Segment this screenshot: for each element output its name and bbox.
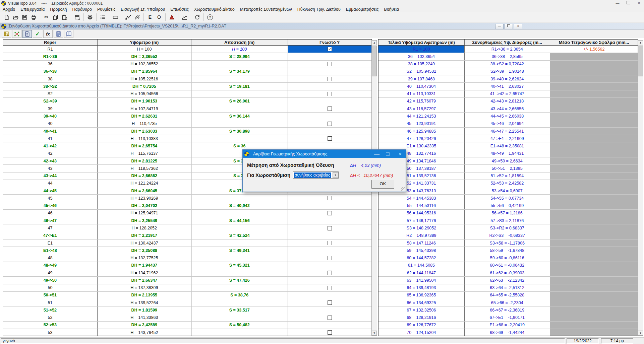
rms-error-cell[interactable]: [550, 113, 638, 120]
table-row[interactable]: 47->E1DH = 2,21917S = 42,524: [3, 232, 372, 239]
known-cell[interactable]: [288, 98, 372, 105]
final-elevation-cell[interactable]: 66 = 134,69325: [378, 299, 465, 306]
adjusted-difference-cell[interactable]: 36->38 = 2,8595: [465, 53, 550, 60]
known-cell[interactable]: [288, 113, 372, 120]
elevation-cell[interactable]: DH = 2,63033: [98, 128, 191, 135]
rms-error-cell[interactable]: [550, 53, 638, 60]
scroll-down-icon[interactable]: ▼: [638, 331, 643, 336]
table-row[interactable]: R1->36DH = 2,36552S = 28,994: [3, 53, 372, 60]
table-row[interactable]: 48 = 132,7741648->49 = 1,94431: [378, 150, 638, 157]
final-elevation-cell[interactable]: 70 = 124,15204: [378, 329, 465, 336]
elevation-cell[interactable]: H = 134,71962: [98, 269, 191, 276]
elevation-cell[interactable]: H = 110,4735: [98, 120, 191, 127]
menu-item-ρυθμίσεις[interactable]: Ρυθμίσεις: [95, 7, 118, 12]
reper-cell[interactable]: 38: [3, 75, 98, 82]
settings-gear-icon[interactable]: [85, 13, 95, 21]
save-icon[interactable]: [20, 13, 29, 21]
reper-cell[interactable]: E1->48: [3, 247, 98, 254]
known-cell[interactable]: [288, 53, 372, 60]
reper-cell[interactable]: 39: [3, 105, 98, 112]
rms-error-cell[interactable]: [550, 232, 638, 239]
known-checkbox-unchecked[interactable]: [328, 271, 332, 275]
elevation-cell[interactable]: H = 107,84719: [98, 105, 191, 112]
reper-cell[interactable]: 53: [3, 329, 98, 336]
final-elevation-cell[interactable]: 64 = 139,48193: [378, 284, 465, 291]
table-row[interactable]: 46 = 125,9488546->47 = 2,25541: [378, 128, 638, 135]
rms-error-cell[interactable]: [550, 187, 638, 194]
distance-cell[interactable]: S = 38,76: [191, 292, 288, 299]
known-cell[interactable]: [288, 210, 372, 217]
reper-cell[interactable]: 36->38: [3, 68, 98, 75]
distance-cell[interactable]: S = 49,341: [191, 247, 288, 254]
known-cell[interactable]: [288, 142, 372, 149]
reper-cell[interactable]: 51: [3, 299, 98, 306]
table-row[interactable]: R1H = 100H = 100✓: [3, 46, 372, 53]
table-row[interactable]: 62 = 144,1184761->62 = -0,39003: [378, 269, 638, 277]
known-cell[interactable]: [288, 120, 372, 127]
table-row[interactable]: 67 = 132,3250666->67 = -2,36819: [378, 306, 638, 314]
rms-error-cell[interactable]: [550, 128, 638, 135]
adjusted-difference-cell[interactable]: 66->67 = -2,36819: [465, 306, 550, 314]
elevation-cell[interactable]: H = 118,57362: [98, 165, 191, 172]
adjusted-difference-cell[interactable]: 44->45 = 2,66038: [465, 113, 550, 120]
table-row[interactable]: 58 = 147,11246S3->58 = -1,17806: [378, 239, 638, 247]
final-elevation-cell[interactable]: 38 = 105,2249: [378, 61, 465, 68]
elevation-cell[interactable]: DH = 2,36552: [98, 53, 191, 60]
known-cell[interactable]: [288, 269, 372, 276]
adjusted-difference-cell[interactable]: 63->64 = -2,51312: [465, 284, 550, 291]
adjusted-difference-cell[interactable]: 47->E1 = 2,21909: [465, 135, 550, 142]
table-row[interactable]: 50 = 137,3818750->51 = 2,1395: [378, 165, 638, 172]
final-elevation-cell[interactable]: 40 = 110,47304: [378, 83, 465, 90]
table-row[interactable]: 51H = 139,52264: [3, 299, 372, 306]
letter-O-icon[interactable]: O: [155, 13, 164, 21]
keyboard-icon[interactable]: [111, 13, 120, 21]
known-checkbox-unchecked[interactable]: [328, 241, 332, 245]
elevation-cell[interactable]: DH = 2,21917: [98, 232, 191, 239]
rms-error-cell[interactable]: [550, 90, 638, 97]
final-elevation-cell[interactable]: R1 = 100: [378, 46, 465, 53]
distance-cell[interactable]: [191, 120, 288, 127]
final-elevation-cell[interactable]: 62 = 144,11847: [378, 269, 465, 276]
reper-cell[interactable]: 42: [3, 150, 98, 157]
known-cell[interactable]: [288, 75, 372, 82]
adjusted-difference-cell[interactable]: S2->39 = 1,90148: [465, 68, 550, 75]
reper-cell[interactable]: R1: [3, 46, 98, 53]
rms-error-cell[interactable]: [550, 322, 638, 329]
final-elevation-cell[interactable]: 44 = 121,24153: [378, 113, 465, 120]
known-checkbox-unchecked[interactable]: [328, 256, 332, 260]
table-row[interactable]: 46->47DH = 2,25549S = 44,156: [3, 217, 372, 224]
elevation-cell[interactable]: DH = 1,81599: [98, 306, 191, 314]
close-icon[interactable]: ×: [635, 0, 643, 6]
rms-error-cell[interactable]: [550, 217, 638, 224]
rms-error-cell[interactable]: [550, 180, 638, 187]
reper-cell[interactable]: 41->42: [3, 142, 98, 149]
distance-cell[interactable]: S = 40,942: [191, 202, 288, 209]
table-row[interactable]: 49H = 134,71962: [3, 269, 372, 277]
final-elevation-cell[interactable]: E1 = 130,42335: [378, 142, 465, 149]
table-row[interactable]: 48->49DH = 1,94437S = 45,321: [3, 262, 372, 269]
table-row[interactable]: 40 = 110,4730440->41 = 2,63027: [378, 83, 638, 90]
distance-cell[interactable]: [191, 284, 288, 291]
known-cell[interactable]: [288, 128, 372, 135]
distance-cell[interactable]: [191, 75, 288, 82]
dialog-title-bar[interactable]: Ακρίβεια Γεωμετρικής Χωροστάθμισης: [243, 150, 406, 158]
rms-error-cell[interactable]: [550, 135, 638, 142]
table-row[interactable]: 70 = 124,1520468->69 = -1,44244: [378, 329, 638, 336]
table-row[interactable]: 51 = 139,5213651->52 = 1,81594: [378, 173, 638, 180]
known-checkbox-checked[interactable]: ✓: [328, 47, 332, 51]
table-row[interactable]: 36 = 102,365436->38 = 2,8595: [378, 53, 638, 60]
final-elevation-cell[interactable]: 47 = 128,20426: [378, 135, 465, 142]
adjusted-difference-cell[interactable]: 61->62 = -0,39003: [465, 269, 550, 276]
known-cell[interactable]: [288, 90, 372, 97]
print-icon[interactable]: [29, 13, 38, 21]
reper-cell[interactable]: S2: [3, 90, 98, 97]
table-row[interactable]: 49 = 134,7184649->50 = 2,6634: [378, 157, 638, 165]
rms-error-cell[interactable]: [550, 239, 638, 247]
menu-item-προβολή[interactable]: Προβολή: [47, 7, 69, 12]
rms-error-cell[interactable]: [550, 254, 638, 261]
reper-cell[interactable]: 52->53: [3, 322, 98, 329]
table-row[interactable]: 41->42DH = 2,65754S = 36: [3, 142, 372, 150]
reper-cell[interactable]: S2->39: [3, 98, 98, 105]
list-options-icon[interactable]: [98, 13, 107, 21]
final-elevation-cell[interactable]: 57 = 146,17176: [378, 217, 465, 224]
